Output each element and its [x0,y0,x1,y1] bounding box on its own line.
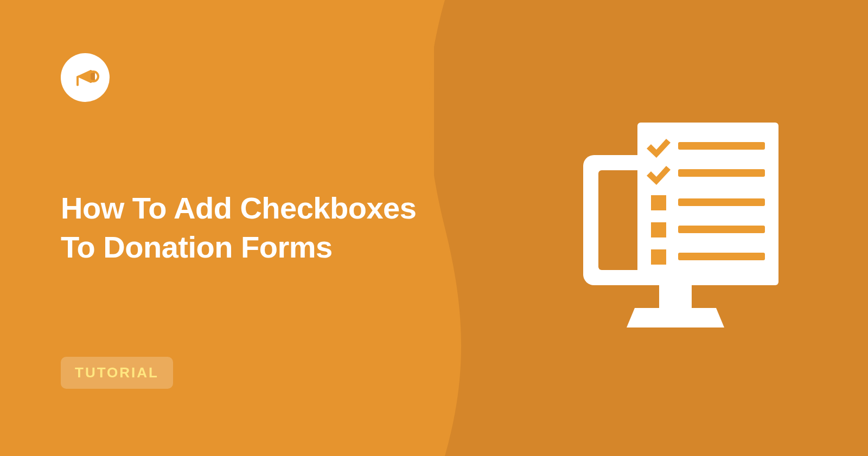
svg-rect-7 [651,249,666,265]
brand-logo [61,53,110,102]
svg-rect-11 [678,226,765,233]
page-title: How To Add Checkboxes To Donation Forms [61,189,416,266]
svg-rect-6 [651,222,666,237]
title-line-2: To Donation Forms [61,230,333,264]
svg-rect-10 [678,198,765,206]
title-line-1: How To Add Checkboxes [61,191,416,225]
category-badge: TUTORIAL [61,357,173,389]
svg-rect-8 [678,142,765,150]
svg-rect-12 [678,253,765,260]
svg-rect-3 [659,285,692,310]
svg-rect-9 [678,169,765,177]
svg-rect-5 [651,195,666,210]
checklist-monitor-illustration [572,112,800,339]
